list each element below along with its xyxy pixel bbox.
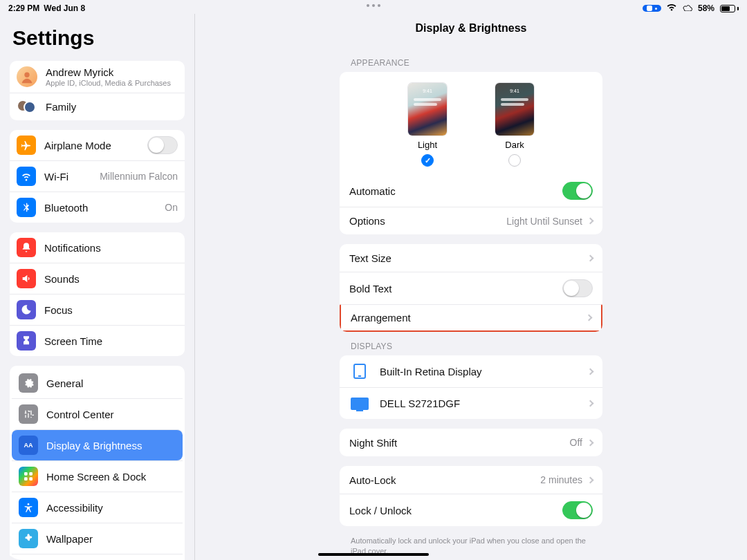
content-pane: Display & Brightness APPEARANCE 9:41 Lig…	[195, 14, 747, 560]
hourglass-icon	[17, 331, 36, 351]
display-brightness-label: Display & Brightness	[46, 440, 176, 451]
chevron-right-icon	[587, 439, 594, 446]
lock-unlock-toggle[interactable]	[562, 501, 593, 519]
apple-id-card: Andrew Myrick Apple ID, iCloud, Media & …	[10, 61, 185, 120]
grid-icon	[19, 467, 38, 486]
bell-icon	[17, 238, 36, 257]
wifi-icon	[667, 3, 676, 13]
status-time: 2:29 PM	[8, 3, 39, 13]
lock-unlock-label: Lock / Unlock	[349, 505, 562, 516]
bluetooth-row[interactable]: Bluetooth On	[10, 192, 185, 223]
options-value: Light Until Sunset	[506, 216, 582, 227]
svg-point-0	[24, 73, 29, 77]
accessibility-label: Accessibility	[46, 502, 176, 514]
wifi-label: Wi-Fi	[44, 171, 100, 183]
light-radio[interactable]	[421, 154, 434, 167]
auto-lock-value: 2 minutes	[540, 474, 582, 485]
apple-id-row[interactable]: Andrew Myrick Apple ID, iCloud, Media & …	[10, 61, 185, 93]
chevron-right-icon	[587, 400, 594, 407]
accessibility-icon	[19, 498, 38, 517]
dark-label: Dark	[505, 140, 524, 150]
arrangement-label: Arrangement	[351, 312, 581, 324]
siri-row[interactable]: Siri & Search	[12, 554, 183, 560]
home-screen-row[interactable]: Home Screen & Dock	[12, 460, 183, 492]
sounds-label: Sounds	[44, 273, 178, 285]
focus-label: Focus	[44, 304, 178, 316]
automatic-row[interactable]: Automatic	[340, 175, 602, 207]
bold-text-label: Bold Text	[349, 283, 562, 295]
arrangement-row[interactable]: Arrangement	[340, 304, 602, 332]
display-brightness-row[interactable]: AA Display & Brightness	[12, 429, 183, 460]
sounds-row[interactable]: Sounds	[10, 263, 185, 294]
dark-radio[interactable]	[508, 154, 521, 167]
accessibility-row[interactable]: Accessibility	[12, 492, 183, 523]
speaker-icon	[17, 269, 36, 288]
control-center-label: Control Center	[46, 409, 176, 420]
monitor-icon	[349, 396, 370, 411]
battery-icon	[720, 5, 739, 12]
chevron-right-icon	[586, 315, 593, 321]
general-row[interactable]: General	[12, 368, 183, 398]
light-mode-option[interactable]: 9:41 Light	[408, 83, 447, 167]
airplane-toggle[interactable]	[147, 136, 178, 154]
appearance-picker: 9:41 Light 9:41 Dark	[340, 72, 602, 175]
focus-row[interactable]: Focus	[10, 294, 185, 325]
page-title: Settings	[10, 21, 185, 57]
builtin-display-label: Built-In Retina Display	[380, 366, 582, 377]
family-icon	[17, 100, 37, 115]
options-row[interactable]: Options Light Until Sunset	[340, 207, 602, 234]
automatic-label: Automatic	[349, 185, 562, 197]
night-shift-value: Off	[570, 437, 582, 448]
text-size-icon: AA	[19, 436, 38, 455]
night-shift-row[interactable]: Night Shift Off	[340, 429, 602, 456]
svg-point-5	[28, 503, 30, 505]
chevron-right-icon	[587, 218, 594, 225]
wifi-settings-icon	[17, 167, 36, 186]
screen-time-label: Screen Time	[44, 335, 178, 347]
notifications-row[interactable]: Notifications	[10, 232, 185, 263]
wifi-value: Millennium Falcon	[100, 171, 178, 182]
multitask-dots[interactable]	[367, 4, 380, 7]
external-display-row[interactable]: DELL S2721DGF	[340, 387, 602, 419]
dark-preview: 9:41	[495, 83, 534, 136]
automatic-toggle[interactable]	[562, 182, 593, 200]
svg-rect-2	[29, 472, 33, 476]
svg-rect-3	[24, 477, 28, 480]
lock-unlock-row[interactable]: Lock / Unlock	[340, 494, 602, 526]
gear-icon	[19, 373, 38, 393]
night-shift-label: Night Shift	[349, 437, 570, 449]
moon-icon	[17, 300, 36, 319]
wifi-row[interactable]: Wi-Fi Millennium Falcon	[10, 160, 185, 192]
chevron-right-icon	[587, 254, 594, 261]
dark-mode-option[interactable]: 9:41 Dark	[495, 83, 534, 167]
screen-recording-pill[interactable]	[643, 5, 661, 12]
profile-name: Andrew Myrick	[46, 66, 178, 78]
home-indicator[interactable]	[318, 553, 429, 556]
builtin-display-row[interactable]: Built-In Retina Display	[340, 355, 602, 387]
notifications-label: Notifications	[44, 242, 178, 254]
profile-sub: Apple ID, iCloud, Media & Purchases	[46, 79, 178, 87]
options-label: Options	[349, 215, 506, 227]
light-preview: 9:41	[408, 83, 447, 136]
cloud-icon	[682, 3, 692, 13]
flower-icon	[19, 529, 38, 548]
control-center-row[interactable]: Control Center	[12, 398, 183, 429]
chevron-right-icon	[587, 368, 594, 375]
general-label: General	[46, 377, 176, 389]
profile-avatar	[17, 66, 37, 87]
bold-text-row[interactable]: Bold Text	[340, 272, 602, 304]
text-size-label: Text Size	[349, 252, 582, 264]
external-display-label: DELL S2721DGF	[380, 398, 582, 409]
text-size-row[interactable]: Text Size	[340, 244, 602, 272]
light-label: Light	[418, 140, 437, 150]
wallpaper-row[interactable]: Wallpaper	[12, 523, 183, 554]
family-label: Family	[46, 101, 178, 113]
airplane-mode-row[interactable]: Airplane Mode	[10, 130, 185, 160]
settings-sidebar: Settings Andrew Myrick Apple ID, iCloud,…	[0, 14, 195, 560]
bluetooth-icon	[17, 198, 36, 217]
status-bar: 2:29 PM Wed Jun 8 58%	[0, 0, 747, 14]
screen-time-row[interactable]: Screen Time	[10, 325, 185, 356]
family-row[interactable]: Family	[10, 93, 185, 120]
bold-text-toggle[interactable]	[562, 279, 593, 297]
auto-lock-row[interactable]: Auto-Lock 2 minutes	[340, 466, 602, 494]
